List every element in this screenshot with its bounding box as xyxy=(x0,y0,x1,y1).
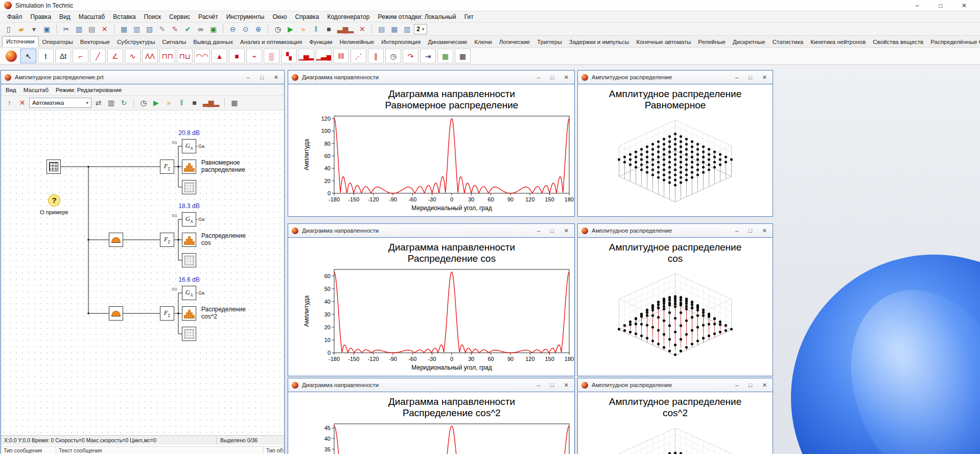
table-green-palette-item[interactable]: ▦ xyxy=(437,49,453,63)
palette-tab-2[interactable]: Операторы xyxy=(39,37,77,47)
show-charts-button[interactable]: ▃▆▂ xyxy=(336,24,355,35)
log-column-type[interactable]: Тип сообщения xyxy=(1,447,56,454)
minimize-button[interactable]: – xyxy=(735,228,738,234)
zoom-reset-button[interactable]: ⊙ xyxy=(240,24,251,35)
palette-tab-7[interactable]: Анализ и оптимизация xyxy=(237,37,306,47)
block-fsum-3[interactable]: FΣ xyxy=(160,306,174,321)
minimize-button[interactable]: – xyxy=(537,228,540,234)
block-histogram-1[interactable] xyxy=(182,160,196,174)
run-fast-button[interactable]: » xyxy=(297,24,309,35)
menu-item-3[interactable]: Вид xyxy=(55,12,75,21)
layer-settings-button[interactable]: ⇄ xyxy=(92,97,104,108)
impulse-pair-source-palette-item[interactable]: ∥ xyxy=(368,49,384,63)
report-window-button[interactable]: ▤ xyxy=(376,24,387,35)
palette-tab-10[interactable]: Интерполяция xyxy=(378,37,424,47)
palette-tab-22[interactable]: Распределённые СПАУ xyxy=(927,37,980,47)
palette-tab-9[interactable]: Нелинейные xyxy=(336,37,378,47)
histogram-source-palette-item[interactable]: ▁▅▂ xyxy=(298,49,314,63)
new-file-button[interactable]: ▯ xyxy=(3,24,14,35)
minimize-button[interactable]: – xyxy=(537,74,540,81)
menu-item-1[interactable]: Файл xyxy=(3,12,27,21)
menu-item-13[interactable]: Режим отладки: Локальный xyxy=(374,12,460,21)
minimize-button[interactable]: – xyxy=(735,74,738,81)
ramp-source-palette-item[interactable]: ╱ xyxy=(90,49,106,63)
maximize-button[interactable]: □ xyxy=(550,74,554,81)
random-source-palette-item[interactable]: ▒ xyxy=(264,49,279,63)
sim-time-button[interactable]: ◷ xyxy=(272,24,284,35)
piecewise-source-palette-item[interactable]: ⌁ xyxy=(246,49,262,63)
close-button[interactable]: ✕ xyxy=(564,382,569,389)
file-source-palette-item[interactable]: ⇥ xyxy=(420,49,436,63)
stop-button[interactable]: ■ xyxy=(323,24,335,35)
zoom-in-button[interactable]: ⊕ xyxy=(252,24,264,35)
schematic-canvas[interactable]: ? О примере FΣGA20.8 dBРавномерное распр… xyxy=(1,110,284,435)
simintech-logo[interactable] xyxy=(3,49,19,63)
open-dropdown-button[interactable]: ▾ xyxy=(28,24,40,35)
cursor-tool-palette-item[interactable]: ↖ xyxy=(20,49,36,63)
palette-tab-13[interactable]: Логические xyxy=(496,37,534,47)
palette-tab-20[interactable]: Кинетика нейтронов xyxy=(807,37,869,47)
run-button[interactable]: ▶ xyxy=(150,97,162,108)
save-file-button[interactable]: ▣ xyxy=(41,24,53,35)
linear-source-palette-item[interactable]: ∠ xyxy=(107,49,123,63)
block-plot-3[interactable] xyxy=(182,327,196,341)
new-block-button[interactable]: ▣ xyxy=(207,24,219,35)
sine-source-palette-item[interactable]: ∿ xyxy=(125,49,141,63)
comb-source-palette-item[interactable]: ‖‖ xyxy=(333,49,349,63)
close-button[interactable]: ✕ xyxy=(952,0,976,11)
sim-time-button[interactable]: ◷ xyxy=(137,97,149,108)
log-column-object[interactable]: Тип объ... xyxy=(264,447,284,454)
menu-item-12[interactable]: Кодогенератор xyxy=(323,12,374,21)
smooth-pulse-source-palette-item[interactable]: ◠◠ xyxy=(194,49,210,63)
pulse-source-palette-item[interactable]: ⊓⊓ xyxy=(159,49,175,63)
palette-tab-18[interactable]: Дискретные xyxy=(729,37,769,47)
palette-tab-15[interactable]: Задержки и импульсы xyxy=(566,37,633,47)
schematic-menu-item-3[interactable]: Режим: Редактирование xyxy=(52,86,125,94)
block-antenna-array[interactable] xyxy=(46,160,61,174)
schematic-window-titlebar[interactable]: Амплитудное распределение.prt – □ ✕ xyxy=(1,71,284,84)
block-histogram-2[interactable] xyxy=(182,233,196,247)
delta-time-source-palette-item[interactable]: Δt xyxy=(55,49,71,63)
stop-button[interactable]: ■ xyxy=(189,97,200,108)
align-blocks-button[interactable]: ▦ xyxy=(118,24,130,35)
minimize-button[interactable]: – xyxy=(537,382,540,389)
chart-window-titlebar[interactable]: Диаграмма направленности – □ ✕ xyxy=(288,378,574,392)
close-button[interactable]: ✕ xyxy=(762,382,767,389)
close-button[interactable]: ✕ xyxy=(762,74,767,81)
noise-source-palette-item[interactable]: ▚ xyxy=(281,49,297,63)
palette-tab-1[interactable]: Источники xyxy=(2,36,39,47)
run-fast-button[interactable]: » xyxy=(163,97,175,108)
block-gain-3[interactable]: GA xyxy=(182,286,196,300)
project-window-button[interactable]: ▥ xyxy=(401,24,413,35)
menu-item-7[interactable]: Сервис xyxy=(165,12,194,21)
navigate-up-button[interactable]: ↑ xyxy=(4,97,15,108)
close-run-button[interactable]: ✕ xyxy=(356,24,368,35)
palette-tab-4[interactable]: Субструктуры xyxy=(113,37,159,47)
cut-button[interactable]: ✂ xyxy=(60,24,72,35)
refresh-button[interactable]: ↻ xyxy=(118,97,130,108)
scatter-window-titlebar[interactable]: Амплитудное распределение – □ ✕ xyxy=(578,378,773,392)
maximize-button[interactable]: □ xyxy=(749,228,752,234)
menu-item-6[interactable]: Поиск xyxy=(140,12,165,21)
menu-item-14[interactable]: Гит xyxy=(460,12,478,21)
chart-window-titlebar[interactable]: Диаграмма направленности – □ ✕ xyxy=(288,71,574,84)
table-dark-palette-item[interactable]: ▦ xyxy=(455,49,471,63)
open-file-button[interactable]: ▰ xyxy=(15,24,27,35)
block-plot-2[interactable] xyxy=(182,253,196,267)
chart-window-titlebar[interactable]: Диаграмма направленности – □ ✕ xyxy=(288,224,574,238)
block-plot-1[interactable] xyxy=(182,180,196,194)
palette-tab-12[interactable]: Ключи xyxy=(471,37,496,47)
scatter-window-titlebar[interactable]: Амплитудное распределение – □ ✕ xyxy=(578,224,773,238)
palette-tab-5[interactable]: Сигналы xyxy=(159,37,190,47)
block-taper-3[interactable] xyxy=(109,306,123,321)
close-button[interactable]: ✕ xyxy=(564,74,569,81)
palette-tab-14[interactable]: Триггеры xyxy=(533,37,565,47)
sawtooth-source-palette-item[interactable]: ΛΛ xyxy=(142,49,158,63)
marker-button[interactable]: ✎ xyxy=(169,24,181,35)
grid-button[interactable]: ▦ xyxy=(228,97,240,108)
curve-source-palette-item[interactable]: ↷ xyxy=(403,49,418,63)
window-count-spinner[interactable]: 2▾ xyxy=(414,24,427,34)
layer-combo[interactable]: Автоматика▾ xyxy=(29,98,91,108)
minimize-button[interactable]: – xyxy=(735,382,738,389)
maximize-button[interactable]: □ xyxy=(749,74,752,81)
